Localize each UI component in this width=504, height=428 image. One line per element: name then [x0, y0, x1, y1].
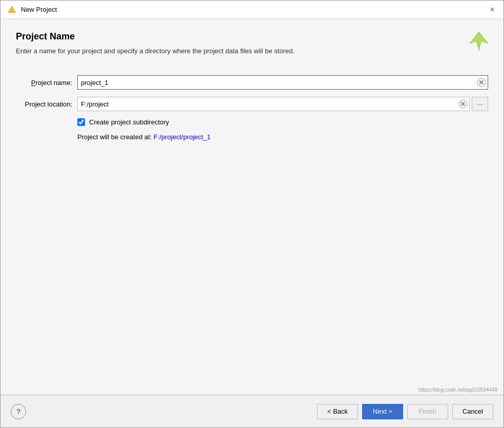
- dialog-title: New Project: [21, 6, 57, 13]
- project-path-prefix: Project will be created at:: [77, 133, 152, 141]
- project-location-label: Project location:: [16, 100, 77, 108]
- back-button[interactable]: < Back: [317, 404, 358, 419]
- project-name-input-wrapper: ✕: [77, 75, 488, 90]
- main-content: Project Name Enter a name for your proje…: [1, 19, 503, 395]
- finish-button[interactable]: Finish: [407, 404, 448, 419]
- project-location-clear-button[interactable]: ✕: [458, 99, 468, 109]
- form-area: Project name: ✕ Project location: ✕: [16, 75, 488, 141]
- next-button[interactable]: Next >: [362, 404, 403, 419]
- page-description: Enter a name for your project and specif…: [16, 47, 488, 55]
- project-name-row: Project name: ✕: [16, 75, 488, 90]
- bottom-left: ?: [11, 404, 26, 419]
- location-input-container: ✕: [77, 97, 470, 111]
- project-location-row: Project location: ✕ ···: [16, 97, 488, 111]
- project-name-input[interactable]: [77, 75, 488, 90]
- new-project-dialog: New Project × Project Name Enter a name …: [0, 0, 504, 428]
- browse-button[interactable]: ···: [472, 97, 488, 111]
- project-name-label: Project name:: [16, 79, 77, 87]
- logo-icon: [467, 29, 491, 54]
- project-path-info: Project will be created at: F:/project/p…: [77, 133, 488, 141]
- close-button[interactable]: ×: [487, 5, 497, 15]
- title-bar: New Project ×: [1, 1, 503, 19]
- page-title: Project Name: [16, 31, 488, 42]
- svg-marker-3: [471, 33, 488, 49]
- title-bar-left: New Project: [7, 5, 57, 15]
- project-location-input[interactable]: [77, 97, 470, 111]
- bottom-bar: ? < Back Next > Finish Cancel: [1, 395, 503, 427]
- project-location-wrapper: ✕ ···: [77, 97, 488, 111]
- bottom-right: < Back Next > Finish Cancel: [317, 404, 493, 419]
- create-subdirectory-label: Create project subdirectory: [89, 118, 169, 126]
- help-button[interactable]: ?: [11, 404, 26, 419]
- watermark: https://blog.csdn.net/qq010594449: [419, 387, 497, 393]
- checkbox-row: Create project subdirectory: [77, 118, 488, 126]
- project-name-clear-button[interactable]: ✕: [477, 78, 486, 87]
- project-path-value: F:/project/project_1: [154, 133, 211, 141]
- create-subdirectory-checkbox[interactable]: [77, 118, 85, 126]
- app-icon: [7, 5, 17, 15]
- cancel-button[interactable]: Cancel: [452, 404, 493, 419]
